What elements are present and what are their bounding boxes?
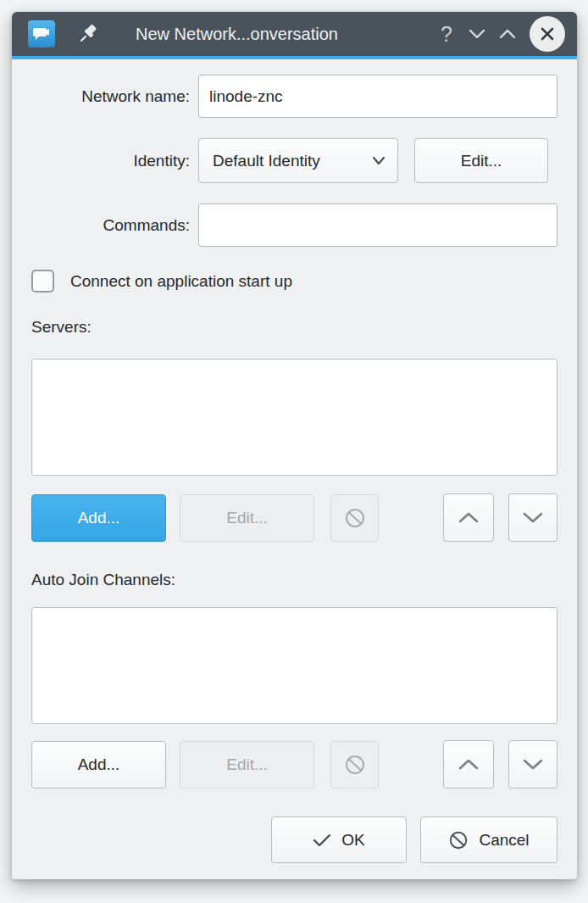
- servers-move-up-button[interactable]: [443, 493, 494, 542]
- check-icon: [313, 833, 331, 848]
- channels-add-button[interactable]: Add...: [31, 741, 166, 789]
- commands-label: Commands:: [31, 216, 198, 235]
- servers-move-down-button[interactable]: [508, 493, 557, 542]
- network-name-row: Network name:: [31, 75, 557, 118]
- network-name-label: Network name:: [31, 87, 198, 106]
- servers-edit-button[interactable]: Edit...: [180, 494, 314, 542]
- ok-button-label: OK: [341, 831, 364, 850]
- channels-edit-button[interactable]: Edit...: [180, 741, 314, 789]
- channels-label: Auto Join Channels:: [31, 571, 557, 589]
- servers-remove-button[interactable]: [330, 494, 379, 542]
- channels-move-down-button[interactable]: [508, 740, 557, 789]
- servers-button-row: Add... Edit...: [31, 493, 557, 542]
- dialog-footer: OK Cancel: [31, 817, 557, 863]
- help-button[interactable]: ?: [431, 17, 462, 51]
- network-name-input[interactable]: [198, 75, 557, 118]
- channels-remove-button[interactable]: [330, 741, 379, 789]
- connect-on-startup-label: Connect on application start up: [70, 272, 292, 291]
- identity-select[interactable]: Default Identity: [198, 138, 398, 183]
- servers-label: Servers:: [31, 318, 557, 337]
- titlebar[interactable]: New Network...onversation ?: [12, 12, 577, 56]
- help-icon: ?: [441, 22, 452, 47]
- channels-button-row: Add... Edit...: [31, 740, 557, 789]
- servers-add-button[interactable]: Add...: [31, 494, 166, 542]
- arrow-down-icon: [522, 758, 544, 771]
- window-title: New Network...onversation: [136, 25, 431, 44]
- servers-list[interactable]: [31, 359, 557, 476]
- konversation-app-icon: [28, 20, 55, 47]
- identity-selected-value: Default Identity: [213, 152, 372, 170]
- connect-on-startup-row[interactable]: Connect on application start up: [31, 270, 557, 293]
- arrow-up-icon: [458, 758, 480, 771]
- chevron-down-icon: [468, 28, 486, 40]
- identity-edit-button[interactable]: Edit...: [414, 138, 548, 183]
- close-icon: [539, 25, 556, 42]
- identity-row: Identity: Default Identity Edit...: [31, 138, 557, 183]
- connect-on-startup-checkbox[interactable]: [31, 270, 54, 293]
- close-button[interactable]: [530, 16, 565, 52]
- minimize-button[interactable]: [462, 17, 492, 51]
- identity-label: Identity:: [31, 152, 198, 170]
- no-entry-icon: [344, 754, 366, 776]
- new-network-dialog: New Network...onversation ? Network name…: [12, 12, 577, 879]
- maximize-button[interactable]: [492, 17, 523, 51]
- no-entry-icon: [448, 830, 469, 850]
- ok-button[interactable]: OK: [271, 817, 407, 863]
- arrow-down-icon: [522, 511, 544, 524]
- cancel-button-label: Cancel: [479, 831, 529, 850]
- dialog-content: Network name: Identity: Default Identity…: [12, 59, 577, 879]
- chevron-down-icon: [372, 156, 386, 165]
- no-entry-icon: [344, 507, 366, 529]
- arrow-up-icon: [458, 511, 480, 524]
- cancel-button[interactable]: Cancel: [420, 817, 557, 863]
- channels-move-up-button[interactable]: [443, 740, 494, 789]
- chevron-up-icon: [498, 28, 517, 40]
- pin-icon[interactable]: [73, 17, 103, 51]
- channels-list[interactable]: [31, 607, 557, 724]
- commands-input[interactable]: [198, 203, 557, 247]
- commands-row: Commands:: [31, 203, 557, 247]
